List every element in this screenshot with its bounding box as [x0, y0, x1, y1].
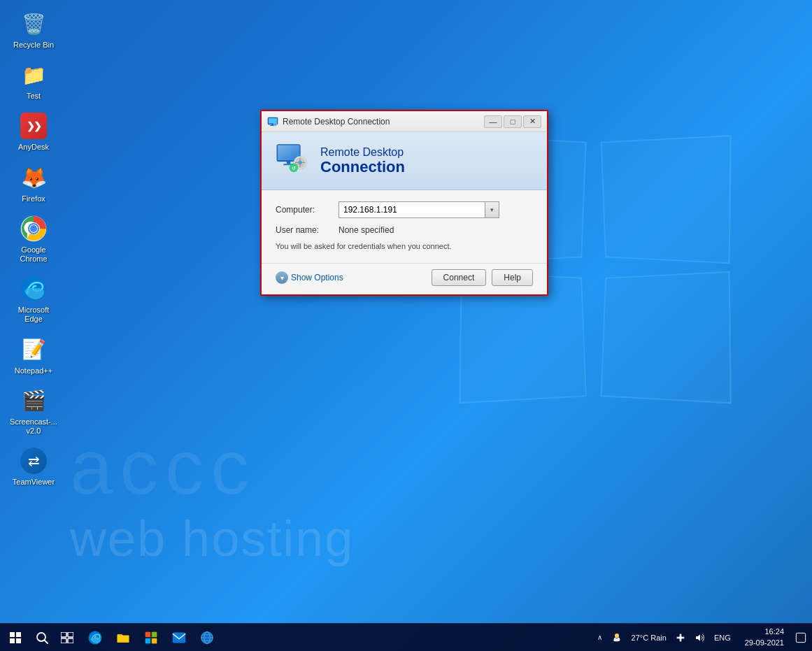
notepadpp-icon: 📝: [20, 336, 48, 364]
chrome-icon: [20, 215, 48, 243]
svg-rect-37: [152, 638, 157, 643]
show-options-icon: ▾: [276, 271, 288, 284]
maximize-button[interactable]: □: [504, 115, 522, 128]
screencast-icon: 🎬: [20, 387, 48, 415]
anydesk-icon: ❯❯: [20, 112, 48, 140]
svg-rect-14: [287, 162, 291, 164]
win-quad-tr: [601, 135, 732, 264]
computer-field-row: Computer: ▾: [276, 201, 533, 218]
action-buttons: Connect Help: [432, 269, 533, 286]
close-button[interactable]: ✕: [523, 115, 541, 128]
test-folder-icon: 📁: [20, 61, 48, 89]
win-quad-br: [601, 271, 732, 404]
svg-point-10: [275, 123, 276, 124]
tray-lang[interactable]: ENG: [711, 624, 734, 652]
teamviewer-label: TeamViewer: [13, 478, 55, 487]
rdc-dialog: Remote Desktop Connection — □ ✕: [260, 110, 548, 296]
svg-rect-36: [145, 638, 151, 643]
connect-button[interactable]: Connect: [432, 269, 487, 286]
desktop-icon-notepadpp[interactable]: 📝 Notepad++: [7, 333, 60, 378]
titlebar-buttons: — □ ✕: [484, 115, 541, 128]
help-button[interactable]: Help: [492, 269, 533, 286]
tray-weather-icon[interactable]: 🌧: [608, 624, 626, 652]
desktop-icon-recycle-bin[interactable]: 🗑️ Recycle Bin: [7, 7, 60, 52]
username-label: User name:: [276, 225, 339, 235]
svg-point-20: [298, 161, 302, 165]
recycle-bin-label: Recycle Bin: [13, 41, 54, 50]
svg-rect-35: [152, 631, 157, 637]
desktop-icon-test[interactable]: 📁 Test: [7, 58, 60, 103]
svg-rect-23: [10, 632, 15, 637]
taskbar-mail-button[interactable]: [165, 624, 193, 652]
teamviewer-icon-inner: ⇄: [20, 448, 47, 474]
svg-rect-24: [16, 632, 21, 637]
task-view-button[interactable]: [53, 624, 81, 652]
rdc-titlebar-icon: [267, 116, 278, 127]
svg-text:↺: ↺: [292, 165, 296, 171]
tray-arrow[interactable]: ∧: [594, 624, 605, 652]
anydesk-icon-inner: ❯❯: [20, 113, 47, 139]
search-button[interactable]: [31, 624, 53, 652]
rdc-header-text: Remote Desktop Connection: [320, 146, 405, 176]
desktop-icon-firefox[interactable]: 🦊 Firefox: [7, 161, 60, 206]
test-label: Test: [27, 92, 41, 101]
tray-network-icon[interactable]: [672, 624, 689, 652]
notepadpp-label: Notepad++: [15, 366, 52, 375]
svg-rect-25: [10, 638, 15, 643]
rdc-header-icon: ↺: [276, 143, 311, 178]
svg-rect-30: [68, 632, 73, 637]
svg-line-28: [45, 640, 48, 643]
desktop-icon-teamviewer[interactable]: ⇄ TeamViewer: [7, 444, 60, 489]
username-field-row: User name: None specified: [276, 225, 533, 235]
clock-time: 16:24: [764, 627, 784, 637]
computer-input[interactable]: [339, 203, 485, 216]
firefox-icon: 🦊: [20, 164, 48, 192]
taskbar-globe-button[interactable]: [193, 624, 221, 652]
taskbar-explorer-button[interactable]: [109, 624, 137, 652]
screencast-label: Screencast-... v2.0: [10, 417, 57, 436]
start-button[interactable]: [0, 624, 31, 652]
clock-date: 29-09-2021: [745, 638, 784, 648]
svg-point-3: [30, 225, 37, 232]
rdc-body: Computer: ▾ User name: None specified Yo…: [262, 190, 547, 263]
show-options-label: Show Options: [291, 273, 343, 282]
svg-rect-38: [173, 632, 185, 643]
svg-rect-34: [145, 631, 151, 637]
desktop-icon-anydesk[interactable]: ❯❯ AnyDesk: [7, 109, 60, 155]
svg-rect-49: [796, 633, 805, 642]
rdc-title: Remote Desktop Connection: [283, 117, 390, 127]
titlebar-left: Remote Desktop Connection: [267, 116, 390, 127]
edge-label: Microsoft Edge: [10, 306, 57, 324]
svg-rect-26: [16, 638, 21, 643]
chrome-label: Google Chrome: [10, 245, 57, 264]
tray-weather-text: 27°C Rain: [629, 624, 669, 652]
desktop-icon-area: 🗑️ Recycle Bin 📁 Test ❯❯ AnyDesk 🦊 Firef…: [7, 7, 60, 489]
desktop-icon-screencast[interactable]: 🎬 Screencast-... v2.0: [7, 384, 60, 438]
show-options-area[interactable]: ▾ Show Options: [276, 271, 343, 284]
notification-button[interactable]: [790, 624, 812, 652]
svg-point-48: [679, 636, 682, 639]
watermark-bottom: web hosting: [70, 510, 812, 567]
rdc-footer: ▾ Show Options Connect Help: [262, 263, 547, 294]
taskbar-edge-button[interactable]: [81, 624, 109, 652]
computer-dropdown-button[interactable]: ▾: [485, 202, 499, 217]
system-tray: ∧ 🌧 27°C Rain ENG: [594, 624, 739, 652]
rdc-header: ↺ Remote Desktop Connection: [262, 132, 547, 190]
desktop-icon-chrome[interactable]: Google Chrome: [7, 212, 60, 266]
taskbar: ∧ 🌧 27°C Rain ENG 16:24: [0, 623, 812, 651]
taskbar-clock[interactable]: 16:24 29-09-2021: [739, 624, 790, 652]
teamviewer-icon: ⇄: [20, 447, 48, 475]
firefox-label: Firefox: [22, 194, 45, 203]
computer-label: Computer:: [276, 205, 339, 215]
tray-volume-icon[interactable]: [692, 624, 708, 652]
computer-input-wrapper[interactable]: ▾: [339, 201, 499, 218]
desktop-icon-edge[interactable]: Microsoft Edge: [7, 272, 60, 327]
svg-rect-32: [68, 638, 73, 643]
username-value: None specified: [339, 225, 394, 235]
minimize-button[interactable]: —: [484, 115, 502, 128]
edge-icon: [20, 275, 48, 303]
rdc-header-line1: Remote Desktop: [320, 146, 405, 159]
svg-rect-29: [61, 632, 66, 637]
taskbar-store-button[interactable]: [137, 624, 165, 652]
recycle-bin-icon: 🗑️: [20, 10, 48, 38]
